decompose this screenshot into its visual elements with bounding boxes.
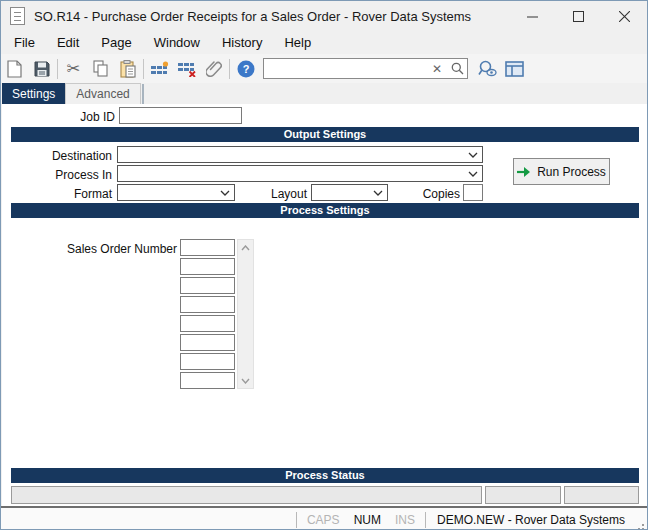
help-button[interactable]: ? bbox=[232, 57, 259, 81]
sales-order-input[interactable] bbox=[180, 258, 235, 275]
process-status-counter-box bbox=[485, 486, 561, 504]
run-process-label: Run Process bbox=[537, 165, 606, 179]
menu-window[interactable]: Window bbox=[143, 32, 211, 53]
chevron-down-icon bbox=[216, 190, 234, 196]
svg-text:?: ? bbox=[242, 63, 249, 75]
insert-mode-indicator: INS bbox=[388, 513, 422, 527]
statusbar-separator bbox=[296, 512, 297, 528]
browse-table-icon bbox=[505, 61, 524, 77]
output-settings-header: Output Settings bbox=[11, 127, 639, 142]
menu-history[interactable]: History bbox=[211, 32, 273, 53]
search-box: ✕ bbox=[263, 58, 468, 79]
tab-strip-divider bbox=[142, 84, 144, 104]
job-id-input[interactable] bbox=[119, 107, 242, 124]
minimize-icon bbox=[527, 11, 538, 22]
sales-order-number-label: Sales Order Number bbox=[67, 242, 177, 256]
layout-select[interactable] bbox=[311, 184, 388, 201]
attachment-icon bbox=[206, 60, 222, 77]
scroll-up-icon[interactable] bbox=[238, 240, 253, 255]
delete-rows-button[interactable] bbox=[173, 57, 200, 81]
insert-rows-icon bbox=[150, 61, 170, 77]
cut-icon: ✂ bbox=[67, 59, 80, 78]
tab-advanced[interactable]: Advanced bbox=[65, 83, 140, 104]
num-lock-indicator: NUM bbox=[347, 513, 388, 527]
window-controls bbox=[509, 1, 647, 31]
status-bar: CAPS NUM INS DEMO.NEW - Rover Data Syste… bbox=[1, 508, 647, 530]
close-icon bbox=[619, 11, 630, 22]
paste-button[interactable] bbox=[114, 57, 141, 81]
process-in-select[interactable] bbox=[117, 165, 483, 182]
new-document-icon bbox=[7, 60, 22, 78]
close-button[interactable] bbox=[601, 1, 647, 31]
copy-icon bbox=[93, 60, 109, 77]
copies-input[interactable] bbox=[463, 184, 483, 201]
title-bar: SO.R14 - Purchase Order Receipts for a S… bbox=[1, 1, 647, 31]
sales-order-input[interactable] bbox=[180, 277, 235, 294]
process-status-time-box bbox=[564, 486, 639, 504]
clear-search-icon[interactable]: ✕ bbox=[427, 62, 447, 76]
sales-order-input[interactable] bbox=[180, 296, 235, 313]
run-process-button[interactable]: Run Process bbox=[513, 158, 610, 185]
window-document-icon bbox=[10, 7, 25, 25]
sales-order-input[interactable] bbox=[180, 334, 235, 351]
window-title: SO.R14 - Purchase Order Receipts for a S… bbox=[34, 9, 471, 24]
menu-page[interactable]: Page bbox=[90, 32, 142, 53]
menu-bar: File Edit Page Window History Help bbox=[1, 31, 647, 54]
sales-order-input[interactable] bbox=[180, 353, 235, 370]
database-context-label: DEMO.NEW - Rover Data Systems bbox=[429, 513, 633, 527]
app-window: SO.R14 - Purchase Order Receipts for a S… bbox=[0, 0, 648, 530]
lookup-preview-icon bbox=[478, 60, 498, 77]
job-id-label: Job ID bbox=[80, 110, 115, 124]
browse-table-button[interactable] bbox=[501, 57, 528, 81]
sales-order-scrollbar[interactable] bbox=[237, 239, 254, 389]
maximize-icon bbox=[573, 11, 584, 22]
format-label: Format bbox=[74, 187, 112, 201]
run-arrow-icon bbox=[517, 166, 531, 178]
sales-order-input[interactable] bbox=[180, 315, 235, 332]
process-settings-header: Process Settings bbox=[11, 203, 639, 218]
chevron-down-icon bbox=[369, 190, 387, 196]
menu-file[interactable]: File bbox=[3, 32, 46, 53]
minimize-button[interactable] bbox=[509, 1, 555, 31]
layout-label: Layout bbox=[271, 187, 307, 201]
toolbar-separator bbox=[143, 59, 144, 79]
attachment-button[interactable] bbox=[200, 57, 227, 81]
caps-lock-indicator: CAPS bbox=[300, 513, 347, 527]
insert-rows-button[interactable] bbox=[146, 57, 173, 81]
save-button[interactable] bbox=[28, 57, 55, 81]
copies-label: Copies bbox=[423, 187, 460, 201]
resize-grip[interactable] bbox=[633, 519, 645, 530]
delete-rows-icon bbox=[177, 61, 197, 77]
sales-order-input[interactable] bbox=[180, 372, 235, 389]
lookup-preview-button[interactable] bbox=[474, 57, 501, 81]
search-icon[interactable] bbox=[447, 62, 467, 75]
tab-strip: Settings Advanced bbox=[2, 83, 144, 104]
tab-settings[interactable]: Settings bbox=[2, 83, 65, 104]
toolbar: ✂ bbox=[1, 54, 647, 83]
statusbar-separator bbox=[425, 512, 426, 528]
sales-order-list bbox=[180, 239, 235, 391]
menu-help[interactable]: Help bbox=[273, 32, 322, 53]
paste-icon bbox=[120, 60, 136, 78]
format-select[interactable] bbox=[117, 184, 235, 201]
chevron-down-icon bbox=[464, 171, 482, 177]
new-document-button[interactable] bbox=[1, 57, 28, 81]
form-content: Job ID Output Settings Destination Proce… bbox=[2, 104, 648, 506]
destination-select[interactable] bbox=[117, 146, 483, 163]
help-icon: ? bbox=[237, 60, 255, 78]
maximize-button[interactable] bbox=[555, 1, 601, 31]
destination-label: Destination bbox=[52, 149, 112, 163]
chevron-down-icon bbox=[464, 152, 482, 158]
process-status-header: Process Status bbox=[11, 468, 639, 483]
menu-edit[interactable]: Edit bbox=[46, 32, 90, 53]
process-status-message-box bbox=[11, 486, 482, 504]
search-input[interactable] bbox=[264, 60, 427, 77]
save-icon bbox=[34, 61, 50, 77]
toolbar-separator bbox=[229, 59, 230, 79]
process-in-label: Process In bbox=[55, 168, 112, 182]
copy-button[interactable] bbox=[87, 57, 114, 81]
sales-order-input[interactable] bbox=[180, 239, 235, 256]
cut-button[interactable]: ✂ bbox=[60, 57, 87, 81]
scroll-down-icon[interactable] bbox=[238, 373, 253, 388]
toolbar-separator bbox=[57, 59, 58, 79]
